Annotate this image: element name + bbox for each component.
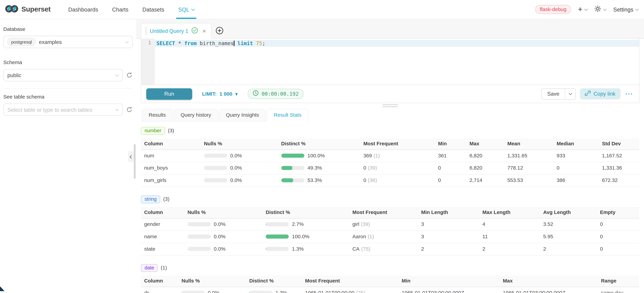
timer-value: 00:00:00.192 (262, 91, 298, 97)
refresh-schemas-icon[interactable] (126, 72, 133, 78)
column-header: Mean (504, 141, 554, 147)
cell-most-frequent: CA(75) (349, 246, 418, 252)
cell-stat: 0 (435, 177, 466, 183)
refresh-tables-icon[interactable] (126, 106, 133, 113)
cell-most-frequent: 1965-01-01T00:00:00(75) (302, 290, 398, 293)
table-select[interactable]: Select table or type to search tables (3, 104, 123, 116)
editor-gutter: 1 (141, 39, 155, 84)
cell-stat: 1,331.65 (504, 153, 554, 158)
nav-charts[interactable]: Charts (105, 0, 136, 19)
column-header: Median (553, 141, 598, 147)
new-query-tab-button[interactable] (212, 22, 227, 38)
results-tabs: Results Query history Query Insights Res… (142, 109, 644, 122)
cell-stat: 933 (553, 153, 598, 158)
superset-logo[interactable]: Superset (5, 0, 50, 19)
chevron-down-icon (568, 92, 572, 95)
schema-select[interactable]: public (3, 69, 123, 82)
cell-most-frequent: 0(39) (360, 165, 435, 171)
brand-name: Superset (21, 5, 50, 14)
new-dropdown-button[interactable]: + (578, 6, 587, 13)
column-header: Min (435, 141, 466, 147)
column-header: Avg Length (540, 210, 597, 215)
cell-most-frequent: 369(1) (360, 153, 435, 158)
column-header: Most Frequent (302, 278, 398, 284)
nulls-bar (204, 154, 227, 158)
table-row: num_girls 0.0% 53.3% 0(36) 0 2,714 553.5… (141, 174, 639, 187)
chevron-down-icon (115, 107, 119, 111)
tab-query-insights[interactable]: Query Insights (219, 109, 266, 122)
cell-stat: 2,714 (466, 177, 504, 183)
column-header: Distinct % (262, 210, 349, 215)
drag-handle-icon[interactable] (145, 28, 146, 34)
query-timer: 00:00:00.192 (248, 89, 304, 99)
cell-column: gender (141, 222, 184, 227)
cell-distinct: 49.3% (278, 165, 360, 171)
cell-most-frequent: 0(36) (360, 177, 435, 183)
cell-stat: 0 (597, 222, 639, 227)
cell-stat: 3 (418, 222, 479, 227)
settings-menu[interactable]: Settings (613, 6, 638, 12)
theme-toggle[interactable] (594, 5, 606, 14)
cell-nulls: 0.0% (184, 234, 262, 240)
limit-dropdown[interactable]: LIMIT: 1 000 ▼ (202, 91, 238, 97)
query-tabs-strip: Untitled Query 1 ✕ (136, 19, 644, 39)
collapse-sidebar-button[interactable] (128, 151, 134, 162)
tab-results[interactable]: Results (142, 109, 173, 122)
column-header: Distinct % (278, 141, 360, 147)
save-button[interactable]: Save (542, 88, 565, 99)
nav-datasets[interactable]: Datasets (136, 0, 171, 19)
sql-editor-panel: Untitled Query 1 ✕ 1 (136, 19, 644, 293)
column-header: Min (398, 278, 500, 284)
column-header: Column (141, 210, 184, 215)
copy-link-button[interactable]: Copy link (580, 88, 620, 99)
tab-query-history[interactable]: Query history (174, 109, 218, 122)
run-query-button[interactable]: Run (146, 88, 192, 100)
stats-section-number: number (3) Column Nulls % Distinct % Mos… (141, 127, 639, 187)
cell-stat: 0 (597, 234, 639, 240)
table-header: Column Nulls % Distinct % Most Frequent … (141, 138, 639, 150)
cell-nulls: 0.0% (184, 222, 262, 227)
database-select[interactable]: postgresql examples (3, 36, 132, 48)
cell-stat: 2 (479, 246, 540, 252)
cell-stat: 1,167.52 (599, 153, 639, 158)
tab-result-stats[interactable]: Result Stats (267, 109, 308, 122)
type-tag-string: string (141, 195, 160, 203)
save-options-caret[interactable] (565, 88, 576, 99)
cell-distinct: 1.3% (246, 290, 302, 293)
sidebar-scrollbar-thumb[interactable] (134, 144, 136, 178)
query-tab[interactable]: Untitled Query 1 ✕ (141, 23, 212, 39)
cell-most-frequent: girl(39) (349, 222, 418, 227)
column-header: Most Frequent (360, 141, 435, 147)
cell-stat: 11 (479, 234, 540, 240)
table-header: Column Nulls % Distinct % Most Frequent … (141, 207, 639, 218)
clock-icon (252, 90, 258, 98)
sql-code-editor[interactable]: 1 SELECT * from birth_names limit 75; (141, 39, 639, 84)
resize-grip-icon[interactable] (382, 104, 398, 107)
cell-stat: 5.95 (540, 234, 597, 240)
nav-sql[interactable]: SQL (171, 0, 201, 19)
schema-label: Schema (3, 60, 132, 65)
type-count: (3) (168, 128, 174, 134)
column-header: Max (500, 278, 598, 284)
cell-column: ds (141, 290, 178, 293)
cell-distinct: 1.3% (262, 246, 349, 252)
query-tab-title: Untitled Query 1 (150, 28, 188, 34)
nulls-bar (204, 166, 227, 170)
cell-nulls: 0.0% (200, 153, 278, 158)
column-header: Nulls % (178, 278, 246, 284)
type-count: (1) (161, 265, 167, 270)
database-value: examples (39, 39, 62, 45)
nulls-bar (204, 178, 227, 182)
plus-icon: + (578, 5, 582, 13)
column-header: Std Dev (599, 141, 639, 147)
nav-dashboards[interactable]: Dashboards (61, 0, 105, 19)
editor-code[interactable]: SELECT * from birth_names limit 75; (155, 39, 639, 84)
save-split-button: Save (542, 88, 576, 100)
nulls-bar (188, 247, 210, 251)
more-actions-button[interactable]: ··· (624, 90, 634, 97)
table-row: gender 0.0% 2.7% girl(39) 3 4 3.52 0 (141, 218, 639, 230)
cell-nulls: 0.0% (178, 290, 246, 293)
close-tab-icon[interactable]: ✕ (202, 28, 206, 34)
chevron-down-icon (603, 7, 607, 11)
table-schema-label: See table schema (3, 94, 132, 100)
